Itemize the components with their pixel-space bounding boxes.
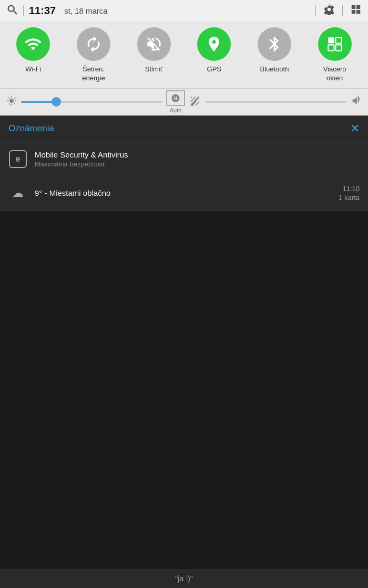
security-notification-subtitle: Maximálna bezpečnosť xyxy=(35,160,360,168)
brightness-slider[interactable] xyxy=(21,101,162,103)
wifi-circle xyxy=(16,27,50,61)
weather-notification-title: 9° - Miestami oblačno xyxy=(35,188,331,197)
notifications-title: Oznámenia xyxy=(8,123,54,134)
weather-notification-extra: 1 karta xyxy=(339,194,360,202)
wifi-label: Wi-Fi xyxy=(25,65,41,74)
status-divider-right xyxy=(315,5,316,16)
multiwindow-label: Viacerookien xyxy=(323,65,346,83)
energy-label: Šetren.energie xyxy=(82,65,105,83)
svg-rect-6 xyxy=(328,37,334,43)
security-notification-content: Mobile Security & Antivirus Maximálna be… xyxy=(35,150,360,168)
volume-icon[interactable] xyxy=(350,95,362,109)
weather-notification-content: 9° - Miestami oblačno xyxy=(35,188,331,197)
gps-circle xyxy=(197,27,231,61)
svg-rect-9 xyxy=(335,45,341,50)
settings-icon[interactable] xyxy=(323,4,335,17)
svg-rect-4 xyxy=(352,10,355,14)
svg-rect-5 xyxy=(356,10,360,14)
weather-notification-time: 11:10 xyxy=(342,185,360,193)
status-right xyxy=(315,4,362,17)
bottom-text: "ja :)" xyxy=(175,574,192,583)
notification-weather[interactable]: ☁ 9° - Miestami oblačno 11:10 1 karta xyxy=(0,176,368,211)
notifications-header: Oznámenia ✕ xyxy=(0,116,368,142)
toggle-energy[interactable]: Šetren.energie xyxy=(73,27,115,83)
sliders-row: Auto xyxy=(0,88,368,116)
toggle-wifi[interactable]: Wi-Fi xyxy=(12,27,54,74)
status-divider xyxy=(23,5,24,16)
status-date: st, 18 marca xyxy=(64,6,108,15)
toggle-multiwindow[interactable]: Viacerookien xyxy=(314,27,356,83)
status-divider-2 xyxy=(342,5,343,16)
auto-label: Auto xyxy=(170,107,182,113)
svg-rect-2 xyxy=(352,5,355,9)
grid-icon[interactable] xyxy=(350,4,362,17)
svg-rect-3 xyxy=(356,5,360,9)
bottom-bar: "ja :)" xyxy=(0,569,368,588)
close-notifications-button[interactable]: ✕ xyxy=(350,122,360,135)
status-time: 11:37 xyxy=(29,5,56,17)
auto-brightness-button[interactable]: Auto xyxy=(166,90,185,113)
gps-label: GPS xyxy=(207,65,221,74)
security-notification-title: Mobile Security & Antivirus xyxy=(35,150,360,159)
weather-notification-meta: 11:10 1 karta xyxy=(339,185,360,202)
volume-slider[interactable] xyxy=(205,101,346,103)
energy-circle xyxy=(77,27,110,61)
weather-notification-icon: ☁ xyxy=(8,184,27,203)
screen-rotate-icon[interactable] xyxy=(189,95,201,109)
security-notification-icon: e xyxy=(8,150,27,169)
brightness-icon xyxy=(6,96,17,109)
bluetooth-label: Bluetooth xyxy=(260,65,289,74)
status-bar: 11:37 st, 18 marca xyxy=(0,0,368,21)
status-left: 11:37 st, 18 marca xyxy=(6,4,108,18)
dark-background-area xyxy=(0,211,368,536)
bluetooth-circle xyxy=(258,27,291,61)
notifications-panel: Oznámenia ✕ e Mobile Security & Antiviru… xyxy=(0,116,368,211)
svg-rect-8 xyxy=(328,45,334,50)
svg-rect-7 xyxy=(335,37,341,43)
toggle-silent[interactable]: Stlmiť xyxy=(133,27,175,74)
multiwindow-circle xyxy=(318,27,352,61)
silent-circle xyxy=(137,27,171,61)
quick-toggles-row: Wi-Fi Šetren.energie Stlmiť GPS xyxy=(0,21,368,88)
svg-line-1 xyxy=(13,10,16,14)
silent-label: Stlmiť xyxy=(145,65,163,74)
cloud-icon: ☁ xyxy=(12,186,24,200)
search-icon[interactable] xyxy=(6,4,18,18)
toggle-gps[interactable]: GPS xyxy=(193,27,235,74)
notification-security[interactable]: e Mobile Security & Antivirus Maximálna … xyxy=(0,142,368,176)
toggle-bluetooth[interactable]: Bluetooth xyxy=(253,27,295,74)
